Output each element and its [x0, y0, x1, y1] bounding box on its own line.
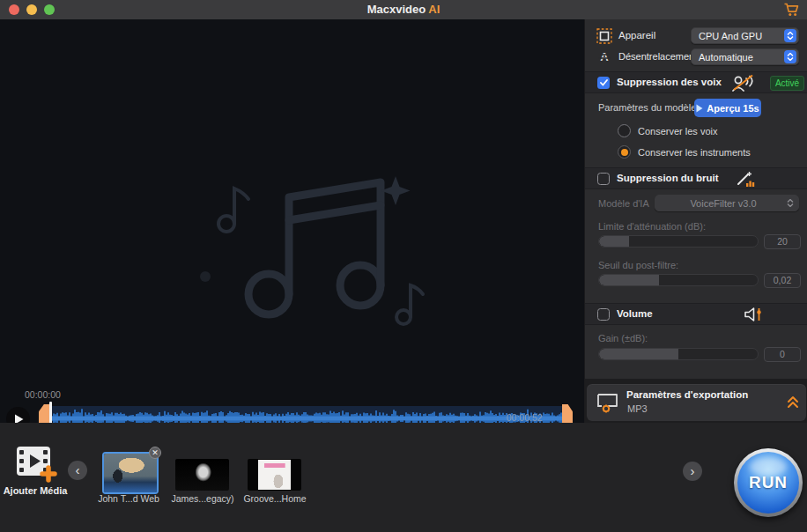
- keep-voices-label: Conserver les voix: [638, 126, 717, 137]
- preview-15s-button[interactable]: Aperçu 15s: [694, 99, 761, 117]
- run-button-label: RUN: [749, 473, 788, 492]
- attenuation-slider[interactable]: [598, 235, 759, 248]
- voice-removal-checkbox[interactable]: [597, 77, 610, 89]
- settings-panel: Appareil CPU And GPU A Désentrelacement …: [584, 19, 807, 423]
- media-thumbnail[interactable]: [175, 459, 229, 491]
- close-icon[interactable]: ✕: [149, 447, 161, 459]
- cart-icon[interactable]: [783, 3, 800, 20]
- noise-removal-section: Suppression du bruit: [585, 167, 807, 189]
- export-settings-title: Paramètres d'exportation: [626, 389, 748, 400]
- thumbnail-art: [175, 459, 229, 491]
- ai-model-dropdown[interactable]: VoiceFilter v3.0: [655, 195, 799, 211]
- chevron-right-icon[interactable]: ›: [683, 462, 702, 481]
- thumbnail-label: Groove...Home: [243, 493, 307, 504]
- postfilter-slider[interactable]: [598, 274, 759, 286]
- timeline-start-time: 00:00:00: [25, 389, 61, 400]
- preview-area: 00:00:00 00:00:52: [0, 19, 584, 423]
- music-note-icon: [181, 143, 436, 349]
- thumbnail-art: [248, 459, 301, 491]
- gain-slider[interactable]: [598, 348, 759, 360]
- thumbnail-label: James...egacy): [171, 493, 234, 504]
- media-thumbnail[interactable]: [248, 459, 301, 491]
- app-window: Macxvideo AI: [0, 0, 807, 532]
- stepper-icon: [784, 29, 796, 42]
- keep-instruments-radio[interactable]: [618, 145, 631, 159]
- film-plus-icon[interactable]: [15, 445, 57, 487]
- volume-title: Volume: [617, 308, 653, 319]
- export-settings-card[interactable]: Paramètres d'exportation MP3: [587, 384, 806, 421]
- ai-model-value: VoiceFilter v3.0: [690, 198, 756, 209]
- model-settings-label: Paramètres du modèle:: [598, 102, 699, 113]
- chip-icon: [596, 28, 612, 48]
- voice-removal-section: Suppression des voix Activé: [585, 71, 807, 93]
- attenuation-value[interactable]: 20: [764, 234, 801, 249]
- postfilter-value[interactable]: 0,02: [764, 273, 801, 288]
- gain-value[interactable]: 0: [764, 347, 801, 362]
- deinterlace-icon: A: [597, 49, 611, 67]
- magic-wand-icon: [737, 171, 756, 191]
- album-cover: [258, 460, 292, 489]
- device-label: Appareil: [618, 30, 655, 41]
- noise-removal-checkbox[interactable]: [597, 173, 610, 185]
- voice-cancel-icon: [731, 74, 756, 95]
- run-button[interactable]: RUN: [734, 448, 803, 517]
- sparkle-icon: [381, 176, 411, 205]
- export-format-value: MP3: [627, 403, 648, 414]
- postfilter-label: Seuil du post-filtre:: [598, 260, 678, 270]
- device-value: CPU And GPU: [699, 31, 762, 41]
- keep-voices-radio[interactable]: [618, 124, 631, 137]
- thumbnail-art: [104, 454, 157, 492]
- add-media-button[interactable]: Ajouter Média: [0, 485, 70, 496]
- double-chevron-up-icon[interactable]: [787, 395, 799, 412]
- voice-removal-title: Suppression des voix: [617, 77, 722, 87]
- volume-checkbox[interactable]: [597, 308, 610, 321]
- chevron-left-icon[interactable]: ‹: [68, 461, 87, 480]
- titlebar: Macxvideo AI: [0, 0, 807, 20]
- device-dropdown[interactable]: CPU And GPU: [691, 27, 799, 44]
- status-badge: Activé: [770, 76, 804, 91]
- gain-label: Gain (±dB):: [598, 333, 648, 344]
- thumbnail-label: John T...d Web: [97, 493, 160, 504]
- speaker-slider-icon: [744, 307, 763, 326]
- deinterlace-dropdown[interactable]: Automatique: [691, 48, 799, 65]
- noise-removal-title: Suppression du bruit: [617, 173, 719, 183]
- stepper-icon: [784, 196, 796, 210]
- timeline-end-time: 00:00:52: [507, 412, 543, 423]
- svg-text:A: A: [600, 50, 609, 63]
- play-icon: [696, 104, 703, 113]
- screen-gear-icon: [596, 391, 622, 417]
- ai-model-label: Modèle d'IA: [598, 198, 649, 209]
- stepper-icon: [784, 50, 796, 63]
- deinterlace-label: Désentrelacement: [618, 51, 697, 62]
- volume-section: Volume: [585, 303, 807, 325]
- keep-instruments-label: Conserver les instruments: [638, 147, 751, 158]
- app-title: Macxvideo AI: [0, 0, 807, 19]
- deinterlace-value: Automatique: [699, 52, 753, 63]
- attenuation-label: Limite d'atténuation (dB):: [598, 221, 706, 232]
- media-thumbnail[interactable]: [102, 452, 159, 494]
